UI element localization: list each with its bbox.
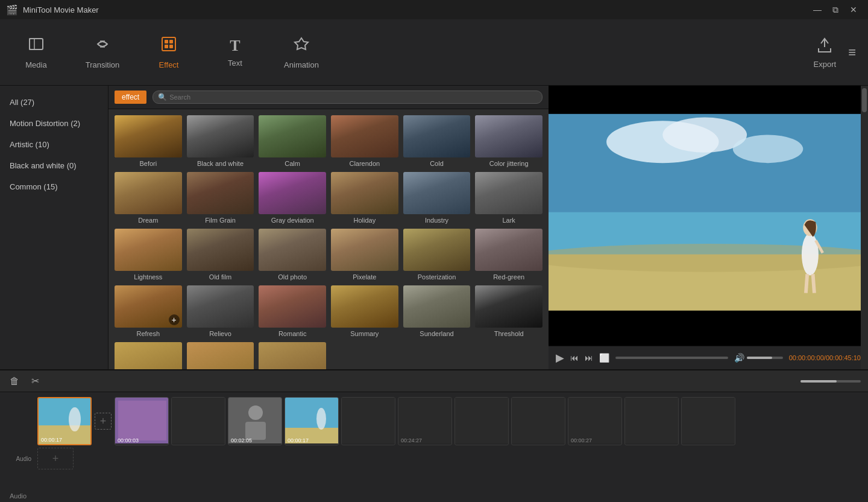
effects-header: effect 🔍 <box>108 86 549 109</box>
effect-holiday[interactable]: Holiday <box>331 172 398 224</box>
effect-sunderland[interactable]: Sunderland <box>403 285 471 337</box>
sidebar-item-motion[interactable]: Motion Distortion (2) <box>0 113 108 134</box>
clip-empty-5[interactable] <box>511 397 565 445</box>
clip-empty-3[interactable]: 00:24:27 <box>398 397 452 445</box>
audio-add-button[interactable]: + <box>37 448 74 469</box>
toolbar-item-transition[interactable]: Transition <box>78 31 127 74</box>
effect-colorjitter[interactable]: Color jittering <box>475 115 542 167</box>
volume-bar[interactable] <box>747 357 783 359</box>
effect-befori[interactable]: Befori <box>115 115 182 167</box>
sidebar-item-common[interactable]: Common (15) <box>0 176 108 197</box>
clip-time-1: 00:00:17 <box>41 437 62 443</box>
audio-track: Audio + <box>5 448 863 469</box>
effect-scroll1[interactable] <box>115 342 182 369</box>
effect-calm[interactable]: Calm <box>259 115 326 167</box>
effect-lightness[interactable]: Lightness <box>115 229 182 281</box>
audio-bottom-label: Audio <box>0 490 868 502</box>
zoom-slider[interactable] <box>800 380 861 383</box>
effect-scroll3[interactable] <box>259 342 326 369</box>
filter-button[interactable]: effect <box>115 91 146 104</box>
clip-purple[interactable]: 00:00:03 <box>115 397 169 445</box>
clip-beach-selected[interactable]: 00:00:17 <box>37 397 92 445</box>
clip-empty-8[interactable] <box>681 397 735 445</box>
clip-beach2[interactable]: 00:00:17 <box>285 397 339 445</box>
effect-thumb-oldphoto <box>259 229 326 271</box>
export-button[interactable]: Export <box>814 36 837 69</box>
clip-person[interactable]: 00:02:05 <box>228 397 282 445</box>
search-input[interactable] <box>169 94 537 101</box>
effect-label-summary: Summary <box>350 330 379 337</box>
transition-icon <box>94 36 111 57</box>
toolbar-item-effect[interactable]: Effect <box>145 31 193 74</box>
effect-graydev[interactable]: Gray deviation <box>259 172 326 224</box>
effect-label-holiday: Holiday <box>353 217 376 224</box>
sidebar-item-artistic[interactable]: Artistic (10) <box>0 134 108 155</box>
preview-controls: ▶ ⏮ ⏭ ⬜ 🔊 00:00:00:00/00:00:45:10 <box>549 346 868 369</box>
effect-scroll2[interactable] <box>187 342 254 369</box>
effect-pixelate[interactable]: Pixelate <box>331 229 398 281</box>
export-icon <box>816 36 833 57</box>
app-title: MiniTool Movie Maker <box>23 5 99 14</box>
effect-thumb-sunderland <box>403 285 471 328</box>
clip-empty-7[interactable] <box>624 397 679 445</box>
effect-thumb-holiday <box>331 172 398 214</box>
volume-icon: 🔊 <box>734 353 744 363</box>
sidebar-item-all[interactable]: All (27) <box>0 92 108 113</box>
transition-add[interactable]: + <box>94 398 112 444</box>
effect-romantic[interactable]: Romantic <box>259 285 326 337</box>
svg-point-33 <box>316 408 326 430</box>
effect-industry[interactable]: Industry <box>403 172 471 224</box>
effect-relievo[interactable]: Relievo <box>187 285 254 337</box>
effect-redgreen[interactable]: Red-green <box>475 229 542 281</box>
titlebar: 🎬 MiniTool Movie Maker — ⧉ ✕ <box>0 0 868 19</box>
restore-button[interactable]: ⧉ <box>827 1 844 18</box>
vertical-scrollbar[interactable] <box>861 86 868 369</box>
progress-bar[interactable] <box>615 357 728 359</box>
svg-rect-27 <box>172 398 225 443</box>
svg-line-18 <box>806 274 807 293</box>
svg-rect-4 <box>169 40 173 43</box>
play-button[interactable]: ▶ <box>556 351 564 364</box>
toolbar-item-media[interactable]: Media <box>12 31 60 74</box>
text-icon: T <box>230 37 240 55</box>
menu-button[interactable]: ≡ <box>848 45 856 60</box>
clip-empty-2[interactable] <box>341 397 395 445</box>
close-button[interactable]: ✕ <box>845 1 862 18</box>
toolbar-item-animation[interactable]: Animation <box>277 31 326 74</box>
clip-empty-1[interactable] <box>171 397 225 445</box>
sidebar-item-bw[interactable]: Black and white (0) <box>0 155 108 176</box>
effect-oldfilm[interactable]: Old film <box>187 229 254 281</box>
effects-grid-wrapper[interactable]: Befori Black and white Calm Clarendon Co… <box>108 109 549 369</box>
effect-bw[interactable]: Black and white <box>187 115 254 167</box>
effect-clarendon[interactable]: Clarendon <box>331 115 398 167</box>
effect-label-filmgrain: Film Grain <box>205 217 236 224</box>
effect-label-graydev: Gray deviation <box>271 217 314 224</box>
titlebar-left: 🎬 MiniTool Movie Maker <box>6 4 99 16</box>
svg-rect-2 <box>162 37 175 51</box>
svg-rect-0 <box>30 39 43 49</box>
svg-rect-20 <box>549 86 868 114</box>
rewind-button[interactable]: ⏮ <box>570 353 579 363</box>
clip-time-2: 00:00:03 <box>118 437 139 443</box>
effect-posterization[interactable]: Posterization <box>403 229 471 281</box>
svg-rect-21 <box>549 317 868 346</box>
toolbar-item-text[interactable]: T Text <box>211 32 259 72</box>
effect-refresh[interactable]: + Refresh <box>115 285 182 337</box>
clip-empty-4[interactable] <box>454 397 509 445</box>
effect-filmgrain[interactable]: Film Grain <box>187 172 254 224</box>
zoom-bar <box>800 380 861 383</box>
minimize-button[interactable]: — <box>809 1 826 18</box>
app-logo: 🎬 <box>6 4 18 16</box>
svg-rect-40 <box>682 398 735 443</box>
effect-cold[interactable]: Cold <box>403 115 471 167</box>
delete-button[interactable]: 🗑 <box>7 373 22 389</box>
effect-oldphoto[interactable]: Old photo <box>259 229 326 281</box>
effect-threshold[interactable]: Threshold <box>475 285 542 337</box>
scissors-button[interactable]: ✂ <box>29 373 42 389</box>
effect-dream[interactable]: Dream <box>115 172 182 224</box>
fullscreen-button[interactable]: ⬜ <box>599 353 609 363</box>
forward-button[interactable]: ⏭ <box>585 353 593 363</box>
clip-empty-6[interactable]: 00:00:27 <box>568 397 622 445</box>
effect-lark[interactable]: Lark <box>475 172 542 224</box>
effect-summary[interactable]: Summary <box>331 285 398 337</box>
